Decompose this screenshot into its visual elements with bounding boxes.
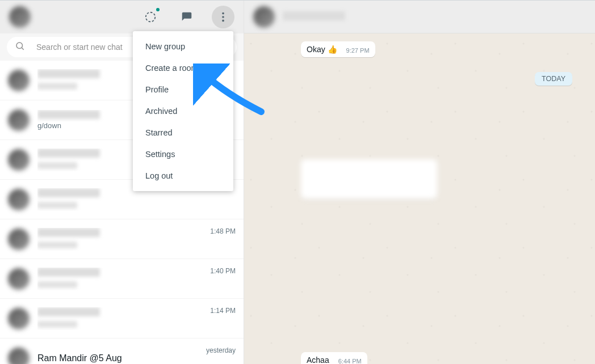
message-time: 6:44 PM [338,358,362,364]
more-menu-button[interactable] [212,6,234,28]
chat-time: 1:40 PM [210,267,236,275]
svg-point-3 [222,20,224,22]
chat-time: yesterday [206,346,236,354]
svg-point-2 [222,16,224,18]
chat-item[interactable]: Ram Mandir @5 Aug yesterday [0,338,244,364]
svg-point-1 [222,12,224,15]
svg-line-5 [22,48,23,49]
left-header [0,1,244,33]
avatar [8,348,30,365]
message-time: 9:27 PM [346,47,370,54]
avatar [8,228,30,250]
menu-item-log-out[interactable]: Log out [133,165,233,187]
search-icon [15,41,25,53]
menu-item-new-group[interactable]: New group [133,36,233,57]
conversation-header[interactable] [244,1,595,33]
svg-point-0 [146,12,156,22]
avatar [8,308,30,329]
contact-avatar[interactable] [253,6,275,28]
avatar [8,70,30,91]
chat-time: 1:14 PM [210,307,236,315]
chat-item[interactable]: 1:14 PM [0,299,244,338]
own-avatar[interactable] [9,6,31,28]
menu-item-archived[interactable]: Archived [133,100,233,122]
menu-item-profile[interactable]: Profile [133,79,233,100]
menu-item-create-room[interactable]: Create a room [133,57,233,79]
more-menu-dropdown: New group Create a room Profile Archived… [133,31,233,191]
chat-time: 1:48 PM [210,227,236,235]
menu-item-settings[interactable]: Settings [133,143,233,165]
new-chat-icon[interactable] [175,6,198,28]
date-chip: TODAY [535,72,572,86]
avatar [8,149,30,171]
avatar [8,109,30,131]
message-text: Achaa [307,355,329,364]
incoming-message[interactable]: Okay 👍 9:27 PM [301,41,375,57]
status-icon[interactable] [139,6,162,28]
chat-item[interactable]: 1:40 PM [0,259,244,299]
avatar [8,268,30,290]
menu-item-starred[interactable]: Starred [133,122,233,143]
chat-name: Ram Mandir @5 Aug [37,353,202,363]
messages-area[interactable]: Okay 👍 9:27 PM TODAY Achaa 6:44 PM [244,33,595,364]
redacted-message [301,159,437,199]
avatar [8,189,30,210]
conversation-panel: Okay 👍 9:27 PM TODAY Achaa 6:44 PM [244,1,595,364]
chat-item[interactable]: 1:48 PM [0,219,244,259]
message-text: Okay 👍 [307,45,337,54]
svg-point-4 [16,43,23,49]
incoming-message[interactable]: Achaa 6:44 PM [301,352,367,364]
